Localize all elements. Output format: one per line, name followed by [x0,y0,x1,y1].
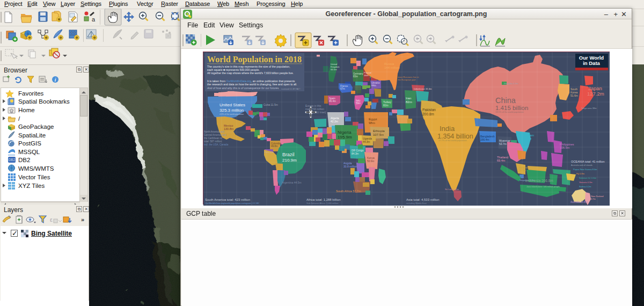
svg-text:200.8m: 200.8m [422,112,434,116]
svg-text:DR Congo: DR Congo [352,149,364,152]
svg-text:Europe in this: Europe in this [305,105,321,107]
svg-text:World Population in 2018: World Population in 2018 [207,55,302,64]
svg-text:/: / [18,115,20,122]
svg-text:Asia total: 4,533 million: Asia total: 4,533 million [406,198,440,201]
svg-text:South America total: 423 milli: South America total: 423 million [205,198,250,201]
svg-text:GeoPackage: GeoPackage [18,123,54,130]
svg-text:Africa total: 1,288 billion: Africa total: 1,288 billion [306,198,341,201]
svg-text:Nigeria: Nigeria [338,130,352,135]
svg-text:map: 743 million: map: 743 million [305,108,324,111]
svg-text:30.8 million: 30.8 million [343,165,357,168]
svg-text:United States: United States [219,103,245,107]
svg-text:96.5m: 96.5m [523,137,532,140]
svg-text:Uganda: Uganda [363,137,372,140]
svg-text:a: a [92,16,96,23]
svg-text:XYZ Tiles: XYZ Tiles [18,183,45,189]
svg-text:the European part: the European part [398,78,416,81]
svg-text:83m: 83m [353,75,358,78]
svg-text:325.3 million: 325.3 million [219,108,244,113]
svg-text:Sub-Saharan Africa: 1,066 mill: Sub-Saharan Africa: 1,066 million [306,202,338,205]
svg-text:166.4m: 166.4m [480,138,489,141]
svg-text:Home: Home [18,107,35,113]
svg-text:DB2: DB2 [18,157,30,163]
svg-text:69.4m: 69.4m [497,159,506,162]
svg-text:195.9m: 195.9m [338,135,352,140]
svg-text:SpatiaLite: SpatiaLite [18,132,46,139]
svg-text:Australia and all islands: Australia and all islands [571,164,592,166]
svg-text:Australia 24.8m: Australia 24.8m [570,201,588,203]
svg-text:84.3m: 84.3m [352,152,358,155]
svg-text:Central America and: Central America and [204,134,226,136]
svg-text:51.6m: 51.6m [570,94,578,97]
svg-text:Pakistan: Pakistan [422,108,436,112]
svg-text:Favorites: Favorites [18,90,44,97]
svg-text:Java island alone: 145 million: Java island alone: 145 million people [526,186,560,188]
svg-text:82m: 82m [383,104,389,107]
svg-text:Iran: Iran [406,97,411,100]
svg-text:130.8m: 130.8m [224,127,234,130]
svg-text:WMS/WMTS: WMS/WMTS [18,165,54,172]
svg-text:4.7m: 4.7m [591,198,596,200]
svg-text:in Data: in Data [583,60,600,66]
svg-text:MSSQL: MSSQL [18,149,40,155]
svg-text:✱: ✱ [45,35,48,40]
svg-text:18.5% of the world population: 18.5% of the world population [495,111,524,113]
svg-text:✱: ✱ [59,35,63,40]
svg-text:Fiji 0.9m: Fiji 0.9m [576,172,585,175]
svg-text:✱: ✱ [57,17,61,22]
svg-text:Kenya: Kenya [367,157,375,159]
svg-text:59m: 59m [356,102,361,105]
svg-text:All together the map shows whe: All together the map shows where the wor… [207,71,294,75]
svg-text:66.6m: 66.6m [331,68,337,71]
svg-text:Argentina 44.5m: Argentina 44.5m [282,181,302,184]
svg-text:Brazil: Brazil [282,152,295,157]
svg-text:✱: ✱ [75,35,79,40]
svg-text:Uzbekistan 32.4m: Uzbekistan 32.4m [414,88,432,90]
svg-text:the research and data on how t: the research and data on how the world i… [207,83,297,86]
svg-text:ε: ε [50,216,53,223]
svg-text:Cuba 11.5m: Cuba 11.5m [264,103,278,106]
svg-text:OurWorldInData.org/world-popul: OurWorldInData.org/world-population-cart… [205,202,259,205]
svg-text:including Middle East: including Middle East [406,202,427,205]
svg-text:144 million: 144 million [384,66,400,69]
svg-text:67m: 67m [340,88,345,90]
svg-text:✱: ✱ [93,35,97,40]
svg-text:44.3m: 44.3m [363,141,370,143]
svg-text:incl. the USA, Canada: incl. the USA, Canada [204,143,229,146]
svg-text:Russia: Russia [384,62,394,65]
svg-text:107.5m: 107.5m [373,133,384,136]
svg-text:Samoa 0.2m: Samoa 0.2m [579,185,591,188]
svg-text:106.5m: 106.5m [560,146,570,149]
svg-text:Licensed CC-BY-SA ©: Licensed CC-BY-SA © [281,88,301,90]
svg-text:Papua New Guinea 8.6m: Papua New Guinea 8.6m [573,168,597,171]
svg-text:Egypt: Egypt [369,118,377,121]
svg-text:India: India [440,125,455,133]
svg-text:OCEANIA total: 41 million: OCEANIA total: 41 million [571,160,605,163]
svg-text:Mongolia 3.2m: Mongolia 3.2m [504,82,518,85]
svg-text:17.7% of the world population: 17.7% of the world population [438,139,467,142]
svg-text:»: » [81,216,84,223]
svg-text:Indonesia 266.8m: Indonesia 266.8m [525,179,553,183]
svg-text:Tokyo area 38m: Tokyo area 38m [581,107,597,110]
svg-text:4.3% of the world population: 4.3% of the world population [219,113,244,115]
svg-text:Peru 32m: Peru 32m [265,151,274,154]
svg-text:DB2: DB2 [9,158,16,162]
svg-text:And of how and why this is of: And of how and why this is of consequenc… [207,86,280,90]
svg-text:✱: ✱ [28,35,32,40]
svg-text:Spatial Bookmarks: Spatial Bookmarks [18,98,70,105]
svg-text:Vector Tiles: Vector Tiles [18,174,50,180]
svg-text:Vanuatu 0.3m: Vanuatu 0.3m [579,181,592,184]
svg-text:38m: 38m [364,74,369,77]
svg-text:PostGIS: PostGIS [18,140,41,147]
svg-text:China: China [495,96,516,105]
svg-text:127.2m: 127.2m [587,91,604,97]
svg-text:42.2m: 42.2m [331,120,338,123]
svg-text:53.7m: 53.7m [499,142,507,145]
